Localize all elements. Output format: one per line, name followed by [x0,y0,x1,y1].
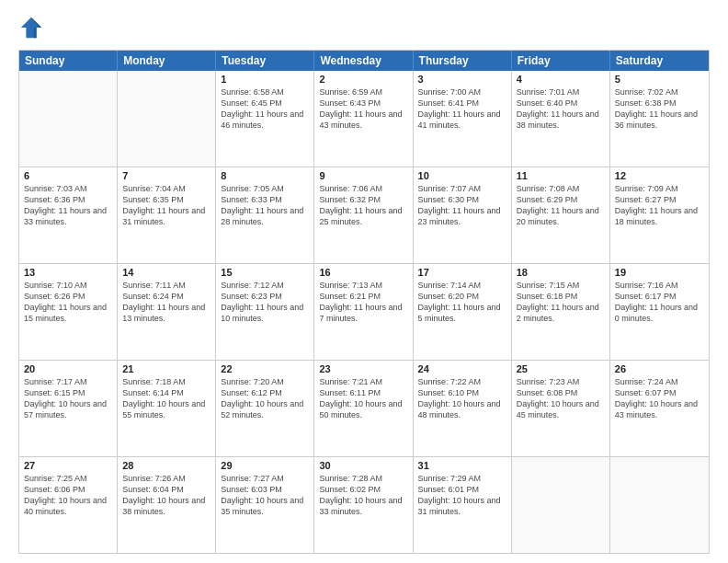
cell-info: Sunrise: 7:10 AM Sunset: 6:26 PM Dayligh… [24,280,112,325]
cell-day-number: 20 [24,363,112,374]
cell-info: Sunrise: 7:06 AM Sunset: 6:32 PM Dayligh… [319,183,407,228]
calendar-cell: 23Sunrise: 7:21 AM Sunset: 6:11 PM Dayli… [314,361,413,456]
calendar-cell: 9Sunrise: 7:06 AM Sunset: 6:32 PM Daylig… [314,167,413,263]
calendar-row-1: 1Sunrise: 6:58 AM Sunset: 6:45 PM Daylig… [19,71,709,167]
cell-day-number: 11 [517,170,605,181]
cell-info: Sunrise: 7:20 AM Sunset: 6:12 PM Dayligh… [221,376,309,421]
cell-info: Sunrise: 7:13 AM Sunset: 6:21 PM Dayligh… [319,280,407,325]
calendar-row-5: 27Sunrise: 7:25 AM Sunset: 6:06 PM Dayli… [19,456,709,553]
cell-info: Sunrise: 7:04 AM Sunset: 6:35 PM Dayligh… [122,183,210,228]
cell-info: Sunrise: 7:29 AM Sunset: 6:01 PM Dayligh… [418,473,506,518]
cell-info: Sunrise: 7:27 AM Sunset: 6:03 PM Dayligh… [221,473,309,518]
calendar-cell: 30Sunrise: 7:28 AM Sunset: 6:02 PM Dayli… [314,457,413,553]
header [18,15,710,40]
logo [18,15,48,40]
col-header-saturday: Saturday [610,51,709,71]
cell-day-number: 15 [221,267,309,278]
cell-info: Sunrise: 7:28 AM Sunset: 6:02 PM Dayligh… [319,473,407,518]
cell-info: Sunrise: 7:11 AM Sunset: 6:24 PM Dayligh… [122,280,210,325]
calendar-cell: 20Sunrise: 7:17 AM Sunset: 6:15 PM Dayli… [19,361,118,456]
cell-day-number: 8 [221,170,309,181]
calendar-cell: 11Sunrise: 7:08 AM Sunset: 6:29 PM Dayli… [512,167,610,263]
cell-day-number: 2 [319,74,407,85]
calendar-row-2: 6Sunrise: 7:03 AM Sunset: 6:36 PM Daylig… [19,167,709,263]
cell-info: Sunrise: 7:18 AM Sunset: 6:14 PM Dayligh… [122,376,210,421]
cell-info: Sunrise: 7:21 AM Sunset: 6:11 PM Dayligh… [319,376,407,421]
col-header-friday: Friday [512,51,610,71]
cell-info: Sunrise: 7:23 AM Sunset: 6:08 PM Dayligh… [517,376,605,421]
cell-day-number: 21 [122,363,210,374]
cell-day-number: 24 [418,363,506,374]
cell-info: Sunrise: 7:26 AM Sunset: 6:04 PM Dayligh… [122,473,210,518]
col-header-wednesday: Wednesday [314,51,413,71]
cell-day-number: 1 [221,74,309,85]
calendar-cell: 2Sunrise: 6:59 AM Sunset: 6:43 PM Daylig… [314,71,413,167]
calendar-cell: 31Sunrise: 7:29 AM Sunset: 6:01 PM Dayli… [414,457,512,553]
calendar-row-3: 13Sunrise: 7:10 AM Sunset: 6:26 PM Dayli… [19,263,709,360]
cell-info: Sunrise: 7:14 AM Sunset: 6:20 PM Dayligh… [418,280,506,325]
calendar-cell: 8Sunrise: 7:05 AM Sunset: 6:33 PM Daylig… [216,167,314,263]
calendar-cell: 19Sunrise: 7:16 AM Sunset: 6:17 PM Dayli… [610,264,709,360]
cell-info: Sunrise: 7:17 AM Sunset: 6:15 PM Dayligh… [24,376,112,421]
cell-info: Sunrise: 7:07 AM Sunset: 6:30 PM Dayligh… [418,183,506,228]
cell-info: Sunrise: 7:08 AM Sunset: 6:29 PM Dayligh… [517,183,605,228]
calendar-cell: 4Sunrise: 7:01 AM Sunset: 6:40 PM Daylig… [512,71,610,167]
calendar-header: SundayMondayTuesdayWednesdayThursdayFrid… [19,51,709,71]
calendar-cell: 12Sunrise: 7:09 AM Sunset: 6:27 PM Dayli… [610,167,709,263]
calendar-cell: 27Sunrise: 7:25 AM Sunset: 6:06 PM Dayli… [19,457,118,553]
page: SundayMondayTuesdayWednesdayThursdayFrid… [0,0,728,563]
cell-info: Sunrise: 7:01 AM Sunset: 6:40 PM Dayligh… [517,86,605,132]
calendar-body: 1Sunrise: 6:58 AM Sunset: 6:45 PM Daylig… [19,71,709,553]
cell-info: Sunrise: 6:58 AM Sunset: 6:45 PM Dayligh… [221,86,309,132]
calendar-cell: 3Sunrise: 7:00 AM Sunset: 6:41 PM Daylig… [414,71,512,167]
cell-info: Sunrise: 7:15 AM Sunset: 6:18 PM Dayligh… [517,280,605,325]
cell-info: Sunrise: 7:22 AM Sunset: 6:10 PM Dayligh… [418,376,506,421]
cell-day-number: 4 [517,74,605,85]
calendar-cell: 14Sunrise: 7:11 AM Sunset: 6:24 PM Dayli… [118,264,216,360]
cell-day-number: 30 [319,460,407,471]
cell-day-number: 12 [615,170,704,181]
cell-info: Sunrise: 7:24 AM Sunset: 6:07 PM Dayligh… [615,376,704,421]
cell-day-number: 19 [615,267,704,278]
calendar-cell: 17Sunrise: 7:14 AM Sunset: 6:20 PM Dayli… [414,264,512,360]
cell-day-number: 7 [122,170,210,181]
calendar-cell: 10Sunrise: 7:07 AM Sunset: 6:30 PM Dayli… [414,167,512,263]
calendar-row-4: 20Sunrise: 7:17 AM Sunset: 6:15 PM Dayli… [19,360,709,456]
cell-day-number: 3 [418,74,506,85]
cell-day-number: 17 [418,267,506,278]
calendar-cell: 21Sunrise: 7:18 AM Sunset: 6:14 PM Dayli… [118,361,216,456]
cell-info: Sunrise: 7:25 AM Sunset: 6:06 PM Dayligh… [24,473,112,518]
calendar-cell: 22Sunrise: 7:20 AM Sunset: 6:12 PM Dayli… [216,361,314,456]
calendar-cell: 16Sunrise: 7:13 AM Sunset: 6:21 PM Dayli… [314,264,413,360]
col-header-thursday: Thursday [414,51,512,71]
cell-day-number: 23 [319,363,407,374]
calendar: SundayMondayTuesdayWednesdayThursdayFrid… [18,50,710,554]
calendar-cell: 18Sunrise: 7:15 AM Sunset: 6:18 PM Dayli… [512,264,610,360]
calendar-cell: 28Sunrise: 7:26 AM Sunset: 6:04 PM Dayli… [118,457,216,553]
calendar-cell: 24Sunrise: 7:22 AM Sunset: 6:10 PM Dayli… [414,361,512,456]
calendar-cell: 25Sunrise: 7:23 AM Sunset: 6:08 PM Dayli… [512,361,610,456]
calendar-cell: 7Sunrise: 7:04 AM Sunset: 6:35 PM Daylig… [118,167,216,263]
col-header-tuesday: Tuesday [216,51,314,71]
cell-info: Sunrise: 7:12 AM Sunset: 6:23 PM Dayligh… [221,280,309,325]
cell-day-number: 27 [24,460,112,471]
svg-marker-0 [21,17,41,38]
cell-day-number: 28 [122,460,210,471]
cell-day-number: 16 [319,267,407,278]
cell-day-number: 22 [221,363,309,374]
cell-day-number: 9 [319,170,407,181]
cell-day-number: 13 [24,267,112,278]
calendar-cell: 29Sunrise: 7:27 AM Sunset: 6:03 PM Dayli… [216,457,314,553]
cell-day-number: 18 [517,267,605,278]
col-header-sunday: Sunday [19,51,118,71]
cell-info: Sunrise: 7:05 AM Sunset: 6:33 PM Dayligh… [221,183,309,228]
calendar-cell: 1Sunrise: 6:58 AM Sunset: 6:45 PM Daylig… [216,71,314,167]
cell-day-number: 31 [418,460,506,471]
cell-day-number: 25 [517,363,605,374]
calendar-cell [118,71,216,167]
calendar-cell: 15Sunrise: 7:12 AM Sunset: 6:23 PM Dayli… [216,264,314,360]
cell-day-number: 29 [221,460,309,471]
cell-info: Sunrise: 7:16 AM Sunset: 6:17 PM Dayligh… [615,280,704,325]
calendar-cell: 13Sunrise: 7:10 AM Sunset: 6:26 PM Dayli… [19,264,118,360]
cell-info: Sunrise: 6:59 AM Sunset: 6:43 PM Dayligh… [319,86,407,132]
